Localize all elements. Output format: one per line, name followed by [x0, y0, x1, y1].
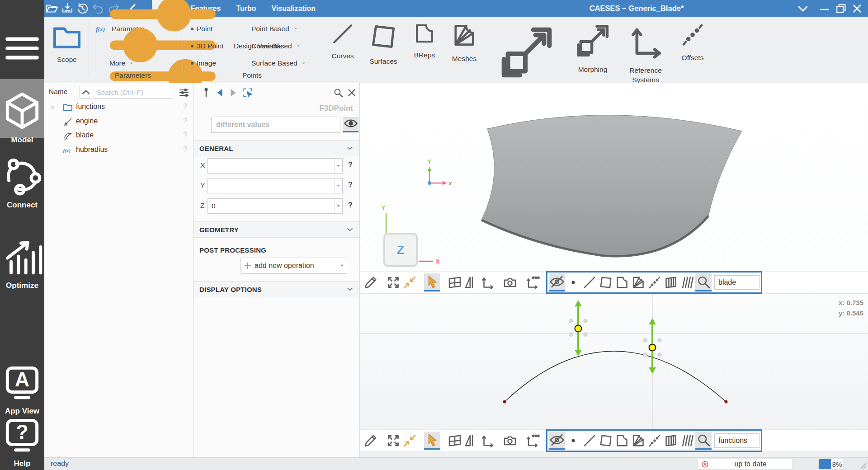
viewport-area[interactable]: Y x Y Z X	[360, 83, 868, 457]
edit-pencil-button[interactable]	[363, 273, 379, 291]
select-cursor-button[interactable]	[424, 432, 440, 450]
scope-button[interactable]: Scope	[51, 21, 83, 64]
show-surfaces-button[interactable]	[598, 273, 614, 291]
coordinate-axes-button[interactable]	[479, 432, 495, 450]
point-based-button[interactable]: Point Based	[251, 23, 299, 35]
edit-pencil-button[interactable]	[363, 432, 379, 450]
add-operation-button[interactable]: add new operation	[241, 258, 347, 274]
sidebar-item-app-view[interactable]: A App View	[0, 360, 44, 416]
more-parameters-button[interactable]: More	[109, 57, 135, 69]
help-mark[interactable]: ?	[348, 181, 353, 189]
show-offsets-button[interactable]	[646, 273, 663, 291]
show-curves-button[interactable]	[581, 273, 598, 291]
resize-grip[interactable]	[859, 461, 867, 470]
search-icon[interactable]	[332, 87, 344, 99]
sidebar-item-model[interactable]: Model	[0, 89, 44, 145]
minimize-button[interactable]	[816, 2, 833, 15]
select-cursor-button[interactable]	[424, 273, 440, 291]
zoom-selected-button[interactable]	[401, 432, 418, 450]
chevron-down-icon[interactable]	[795, 2, 811, 15]
surface-based-button[interactable]: Surface Based	[251, 57, 307, 69]
show-breps-button[interactable]	[614, 273, 630, 291]
y-coordinate-input[interactable]	[208, 179, 334, 193]
section-geometry[interactable]: GEOMETRY	[194, 221, 359, 238]
show-panels-button[interactable]	[663, 432, 679, 450]
dropdown-caret-icon[interactable]	[334, 159, 342, 173]
help-mark[interactable]: ?	[348, 161, 353, 169]
chevron-down-icon[interactable]	[346, 144, 354, 152]
visibility-toggle[interactable]	[343, 117, 359, 132]
reference-systems-button[interactable]: Reference Systems	[625, 20, 666, 85]
x-coordinate-input[interactable]	[208, 159, 334, 173]
show-meshes-button[interactable]	[630, 432, 646, 450]
object-name-input[interactable]	[211, 117, 340, 133]
show-surfaces-button[interactable]	[598, 432, 614, 450]
viewport-filter-input[interactable]	[714, 433, 760, 448]
back-button[interactable]	[214, 87, 226, 99]
show-meshes-button[interactable]	[630, 273, 646, 291]
show-breps-button[interactable]	[614, 432, 630, 450]
hide-all-button[interactable]	[549, 432, 565, 450]
viewport-filter-input[interactable]	[714, 275, 760, 290]
surfaces-button[interactable]: Surfaces	[367, 20, 400, 66]
mirror-button[interactable]	[463, 432, 479, 450]
camera-button[interactable]	[502, 273, 518, 291]
sort-button[interactable]	[80, 86, 92, 99]
pin-icon[interactable]	[200, 87, 212, 99]
tree-item-blade[interactable]: blade ?	[44, 129, 193, 143]
coordinate-axes-button[interactable]	[479, 273, 495, 291]
z-coordinate-input[interactable]	[208, 199, 334, 213]
show-panels-button[interactable]	[663, 273, 679, 291]
forward-button[interactable]	[227, 87, 239, 99]
hamburger-menu-button[interactable]	[0, 26, 44, 72]
search-icon[interactable]	[695, 432, 712, 450]
filter-icon[interactable]	[178, 87, 190, 99]
open-project-button[interactable]	[44, 2, 60, 15]
tab-visualization[interactable]: Visualization	[264, 0, 324, 17]
tree-item-hubradius[interactable]: f(x) hubradius ?	[44, 143, 193, 158]
zoom-selected-button[interactable]	[401, 273, 418, 291]
section-display-options[interactable]: DISPLAY OPTIONS	[194, 281, 359, 297]
history-button[interactable]	[75, 2, 90, 15]
expander-icon[interactable]	[50, 104, 56, 110]
search-icon[interactable]	[695, 273, 712, 291]
tree-item-engine[interactable]: engine ?	[44, 115, 193, 129]
curves-button[interactable]: Curves	[329, 20, 356, 61]
dropdown-caret-icon[interactable]	[337, 258, 347, 273]
sidebar-item-connect[interactable]: Connect	[0, 154, 44, 210]
3d-point-button[interactable]: 3D Point	[191, 40, 223, 52]
show-offsets-button[interactable]	[646, 432, 663, 450]
curve-based-button[interactable]: Curve Based	[251, 40, 302, 52]
sidebar-item-optimize[interactable]: Optimize	[0, 234, 44, 290]
show-points-button[interactable]	[565, 273, 581, 291]
snap-axes-button[interactable]	[524, 273, 541, 291]
sync-status-box[interactable]: up to date	[697, 459, 793, 470]
zoom-fit-button[interactable]	[385, 432, 401, 450]
tree-search-input[interactable]	[93, 86, 172, 99]
show-points-button[interactable]	[565, 432, 581, 450]
help-mark[interactable]: ?	[183, 117, 187, 125]
restore-button[interactable]	[833, 2, 849, 15]
offsets-button[interactable]: Offsets	[678, 20, 707, 62]
camera-button[interactable]	[502, 432, 518, 450]
help-mark[interactable]: ?	[183, 146, 187, 154]
zoom-fit-button[interactable]	[385, 273, 401, 291]
help-mark[interactable]: ?	[183, 103, 187, 111]
dropdown-caret-icon[interactable]	[334, 179, 342, 193]
show-hatch-button[interactable]	[679, 432, 695, 450]
tree-item-functions[interactable]: functions ?	[44, 100, 193, 115]
point-button[interactable]: Point	[191, 23, 212, 35]
image-button[interactable]: Image	[191, 57, 216, 69]
show-curves-button[interactable]	[581, 432, 598, 450]
pick-object-icon[interactable]	[242, 87, 254, 99]
sidebar-item-help[interactable]: ? Help	[0, 412, 44, 468]
dropdown-caret-icon[interactable]	[334, 199, 342, 213]
split-view-button[interactable]	[447, 273, 463, 291]
show-hatch-button[interactable]	[679, 273, 695, 291]
close-button[interactable]	[849, 2, 865, 15]
meshes-button[interactable]: Meshes	[449, 20, 479, 63]
mirror-button[interactable]	[463, 273, 479, 291]
morphing-button[interactable]: Morphing	[572, 20, 613, 74]
help-mark[interactable]: ?	[348, 201, 353, 209]
chevron-down-icon[interactable]	[346, 285, 354, 293]
